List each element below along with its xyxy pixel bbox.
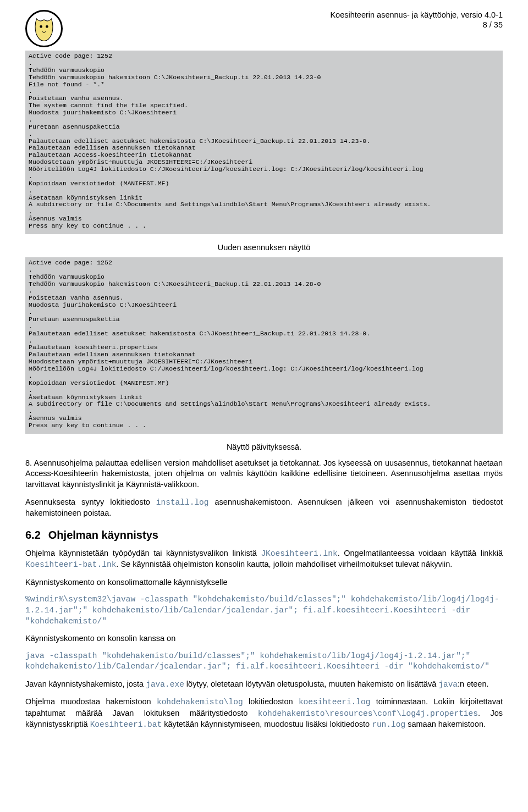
code-lnk: JKoesihteeri.lnk bbox=[261, 549, 337, 558]
text: löytyy, oletetaan löytyvän oletuspolusta… bbox=[184, 680, 438, 688]
page-header: Koesihteerin asennus- ja käyttöohje, ver… bbox=[25, 10, 503, 47]
code-logfile: koesihteeri.log bbox=[299, 698, 371, 706]
heading-6-2: 6.2Ohjelman käynnistys bbox=[25, 529, 503, 542]
heading-number: 6.2 bbox=[25, 529, 41, 541]
java-path-note: Javan käynnistyshakemisto, josta java.ex… bbox=[25, 679, 503, 691]
text: samaan hakemistoon. bbox=[405, 720, 486, 728]
cmd2-label: Käynnistyskomento on konsolin kanssa on bbox=[25, 633, 503, 644]
heading-title: Ohjelman käynnistys bbox=[48, 529, 158, 541]
text: käytetään käynnistymiseen, muodostuu lis… bbox=[162, 720, 372, 728]
caption-update: Näyttö päivityksessä. bbox=[25, 443, 503, 451]
page-number: 8 / 35 bbox=[67, 20, 503, 30]
terminal-output-install: Active code page: 1252 . Tehdõõn varmuus… bbox=[25, 51, 503, 234]
code-runlog: run.log bbox=[372, 720, 405, 729]
terminal-output-update: Active code page: 1252 . Tehdõõn varmuus… bbox=[25, 257, 503, 434]
text: . Se käynnistää ohjelmiston konsolin kau… bbox=[116, 560, 452, 568]
text: lokitiedoston bbox=[243, 697, 299, 706]
svg-point-0 bbox=[40, 26, 42, 28]
text: Javan käynnistyshakemisto, josta bbox=[25, 680, 146, 688]
caption-new-install: Uuden asennuksen näyttö bbox=[25, 243, 503, 252]
code-bat-lnk: Koesihteeri-bat.lnk bbox=[25, 560, 116, 569]
text: Ohjelma muodostaa hakemistoon bbox=[25, 697, 157, 706]
step-8-text: 8. Asennusohjelma palauttaa edellisen ve… bbox=[25, 458, 503, 490]
club-logo bbox=[25, 10, 63, 47]
text: Asennuksesta syntyy lokitiedosto bbox=[25, 498, 156, 506]
text: Ohjelma käynnistetään työpöydän tai käyn… bbox=[25, 549, 261, 557]
code-install-log: install.log bbox=[156, 498, 209, 507]
code-logdir: kohdehakemisto\log bbox=[157, 698, 243, 706]
doc-title: Koesihteerin asennus- ja käyttöohje, ver… bbox=[67, 10, 503, 20]
cmd2: java -classpath "kohdehakemisto/build/cl… bbox=[25, 651, 503, 672]
cmd1: %windir%\system32\javaw -classpath "kohd… bbox=[25, 594, 503, 627]
svg-point-1 bbox=[46, 26, 48, 28]
install-log-note: Asennuksesta syntyy lokitiedosto install… bbox=[25, 497, 503, 519]
code-java: java bbox=[438, 680, 458, 689]
cmd1-label: Käynnistyskomento on konsolimattomalle k… bbox=[25, 577, 503, 588]
code-java-exe: java.exe bbox=[146, 680, 184, 689]
log-files-note: Ohjelma muodostaa hakemistoon kohdehakem… bbox=[25, 697, 503, 731]
code-log4j-props: kohdehakemisto\resources\conf\log4j.prop… bbox=[258, 709, 478, 718]
code-bat: Koesihteeri.bat bbox=[90, 720, 162, 729]
start-instructions: Ohjelma käynnistetään työpöydän tai käyn… bbox=[25, 548, 503, 571]
text: :n eteen. bbox=[458, 680, 488, 688]
text: . Ongelmatilanteessa voidaan käyttää lin… bbox=[338, 549, 503, 557]
